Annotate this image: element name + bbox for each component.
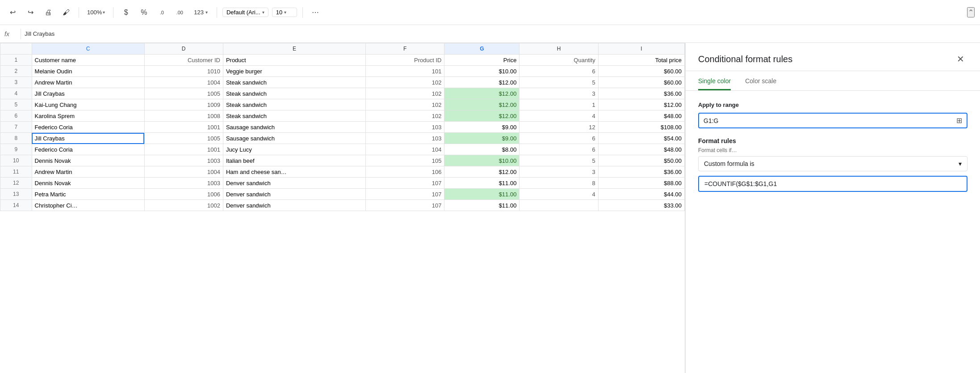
cell-D-9[interactable]: 1001 bbox=[144, 144, 223, 155]
cell-C-8[interactable]: Jill Craybas bbox=[32, 133, 144, 144]
cell-F-10[interactable]: 105 bbox=[366, 155, 444, 166]
cell-E-5[interactable]: Steak sandwich bbox=[223, 99, 365, 110]
cell-D-2[interactable]: 1010 bbox=[144, 66, 223, 77]
cell-G-7[interactable]: $9.00 bbox=[444, 122, 519, 133]
sidebar-close-button[interactable]: ✕ bbox=[953, 52, 967, 66]
cell-F-9[interactable]: 104 bbox=[366, 144, 444, 155]
cell-G-2[interactable]: $10.00 bbox=[444, 66, 519, 77]
cell-D-11[interactable]: 1004 bbox=[144, 166, 223, 178]
cell-D-14[interactable]: 1002 bbox=[144, 200, 223, 211]
undo-button[interactable]: ↩ bbox=[5, 5, 20, 20]
cell-D-4[interactable]: 1005 bbox=[144, 88, 223, 99]
cell-H-11[interactable]: 3 bbox=[519, 166, 598, 178]
cell-E-7[interactable]: Sausage sandwich bbox=[223, 122, 365, 133]
cell-F-8[interactable]: 103 bbox=[366, 133, 444, 144]
cell-E-10[interactable]: Italian beef bbox=[223, 155, 365, 166]
header-col-F[interactable]: F bbox=[366, 43, 444, 55]
tab-single-color[interactable]: Single color bbox=[698, 71, 731, 90]
formula-value-input[interactable] bbox=[698, 176, 967, 192]
tab-color-scale[interactable]: Color scale bbox=[745, 71, 776, 90]
cell-H-12[interactable]: 8 bbox=[519, 178, 598, 189]
cell-E-13[interactable]: Denver sandwich bbox=[223, 189, 365, 200]
cell-F-3[interactable]: 102 bbox=[366, 77, 444, 88]
cell-G-8[interactable]: $9.00 bbox=[444, 133, 519, 144]
cell-H-4[interactable]: 3 bbox=[519, 88, 598, 99]
cell-E-8[interactable]: Sausage sandwich bbox=[223, 133, 365, 144]
range-input[interactable] bbox=[704, 117, 953, 124]
cell-C-12[interactable]: Dennis Novak bbox=[32, 178, 144, 189]
cell-H-2[interactable]: 6 bbox=[519, 66, 598, 77]
cell-F-4[interactable]: 102 bbox=[366, 88, 444, 99]
cell-C-14[interactable]: Christopher Ci… bbox=[32, 200, 144, 211]
header-col-I[interactable]: I bbox=[598, 43, 684, 55]
header-col-C[interactable]: C bbox=[32, 43, 144, 55]
cell-E-4[interactable]: Steak sandwich bbox=[223, 88, 365, 99]
header-col-H[interactable]: H bbox=[519, 43, 598, 55]
cell-I-5[interactable]: $12.00 bbox=[598, 99, 684, 110]
cell-G-12[interactable]: $11.00 bbox=[444, 178, 519, 189]
decimal-more-button[interactable]: .00 bbox=[172, 5, 187, 20]
cell-D-10[interactable]: 1003 bbox=[144, 155, 223, 166]
cell-F-5[interactable]: 102 bbox=[366, 99, 444, 110]
cell-C-5[interactable]: Kai-Lung Chang bbox=[32, 99, 144, 110]
cell-G-10[interactable]: $10.00 bbox=[444, 155, 519, 166]
cell-G-13[interactable]: $11.00 bbox=[444, 189, 519, 200]
cell-I-1[interactable]: Total price bbox=[598, 55, 684, 66]
cell-F-1[interactable]: Product ID bbox=[366, 55, 444, 66]
cell-F-13[interactable]: 107 bbox=[366, 189, 444, 200]
cell-G-4[interactable]: $12.00 bbox=[444, 88, 519, 99]
cell-F-12[interactable]: 107 bbox=[366, 178, 444, 189]
cell-E-1[interactable]: Product bbox=[223, 55, 365, 66]
cell-F-7[interactable]: 103 bbox=[366, 122, 444, 133]
grid-select-icon[interactable]: ⊞ bbox=[956, 116, 962, 125]
cell-C-10[interactable]: Dennis Novak bbox=[32, 155, 144, 166]
cell-E-11[interactable]: Ham and cheese san… bbox=[223, 166, 365, 178]
cell-D-8[interactable]: 1005 bbox=[144, 133, 223, 144]
formula-type-dropdown[interactable]: Custom formula is ▾ bbox=[698, 156, 967, 171]
collapse-toolbar-button[interactable]: ⌃ bbox=[967, 7, 975, 17]
cell-D-7[interactable]: 1001 bbox=[144, 122, 223, 133]
cell-G-1[interactable]: Price bbox=[444, 55, 519, 66]
cell-C-9[interactable]: Federico Coria bbox=[32, 144, 144, 155]
cell-I-13[interactable]: $44.00 bbox=[598, 189, 684, 200]
cell-C-6[interactable]: Karolina Sprem bbox=[32, 110, 144, 122]
cell-I-11[interactable]: $36.00 bbox=[598, 166, 684, 178]
redo-button[interactable]: ↪ bbox=[23, 5, 38, 20]
more-options-button[interactable]: ⋯ bbox=[308, 5, 322, 20]
cell-D-12[interactable]: 1003 bbox=[144, 178, 223, 189]
cell-C-13[interactable]: Petra Martic bbox=[32, 189, 144, 200]
cell-I-7[interactable]: $108.00 bbox=[598, 122, 684, 133]
cell-E-14[interactable]: Denver sandwich bbox=[223, 200, 365, 211]
cell-C-1[interactable]: Customer name bbox=[32, 55, 144, 66]
cell-D-13[interactable]: 1006 bbox=[144, 189, 223, 200]
cell-I-8[interactable]: $54.00 bbox=[598, 133, 684, 144]
percent-button[interactable]: % bbox=[137, 5, 151, 20]
decimal-less-button[interactable]: .0 bbox=[155, 5, 169, 20]
cell-G-14[interactable]: $11.00 bbox=[444, 200, 519, 211]
font-selector[interactable]: Default (Ari... ▾ bbox=[222, 8, 268, 17]
cell-H-6[interactable]: 4 bbox=[519, 110, 598, 122]
cell-H-5[interactable]: 1 bbox=[519, 99, 598, 110]
cell-D-1[interactable]: Customer ID bbox=[144, 55, 223, 66]
cell-F-6[interactable]: 102 bbox=[366, 110, 444, 122]
cell-H-14[interactable] bbox=[519, 200, 598, 211]
cell-F-14[interactable]: 107 bbox=[366, 200, 444, 211]
cell-I-10[interactable]: $50.00 bbox=[598, 155, 684, 166]
paint-format-button[interactable]: 🖌 bbox=[59, 5, 73, 20]
cell-G-5[interactable]: $12.00 bbox=[444, 99, 519, 110]
cell-I-3[interactable]: $60.00 bbox=[598, 77, 684, 88]
cell-H-13[interactable]: 4 bbox=[519, 189, 598, 200]
cell-H-1[interactable]: Quantity bbox=[519, 55, 598, 66]
header-col-E[interactable]: E bbox=[223, 43, 365, 55]
print-button[interactable]: 🖨 bbox=[41, 5, 55, 20]
cell-D-6[interactable]: 1008 bbox=[144, 110, 223, 122]
cell-C-11[interactable]: Andrew Martin bbox=[32, 166, 144, 178]
cell-I-4[interactable]: $36.00 bbox=[598, 88, 684, 99]
cell-D-5[interactable]: 1009 bbox=[144, 99, 223, 110]
header-col-D[interactable]: D bbox=[144, 43, 223, 55]
cell-E-2[interactable]: Veggie burger bbox=[223, 66, 365, 77]
cell-H-3[interactable]: 5 bbox=[519, 77, 598, 88]
cell-H-9[interactable]: 6 bbox=[519, 144, 598, 155]
cell-H-10[interactable]: 5 bbox=[519, 155, 598, 166]
cell-E-9[interactable]: Jucy Lucy bbox=[223, 144, 365, 155]
